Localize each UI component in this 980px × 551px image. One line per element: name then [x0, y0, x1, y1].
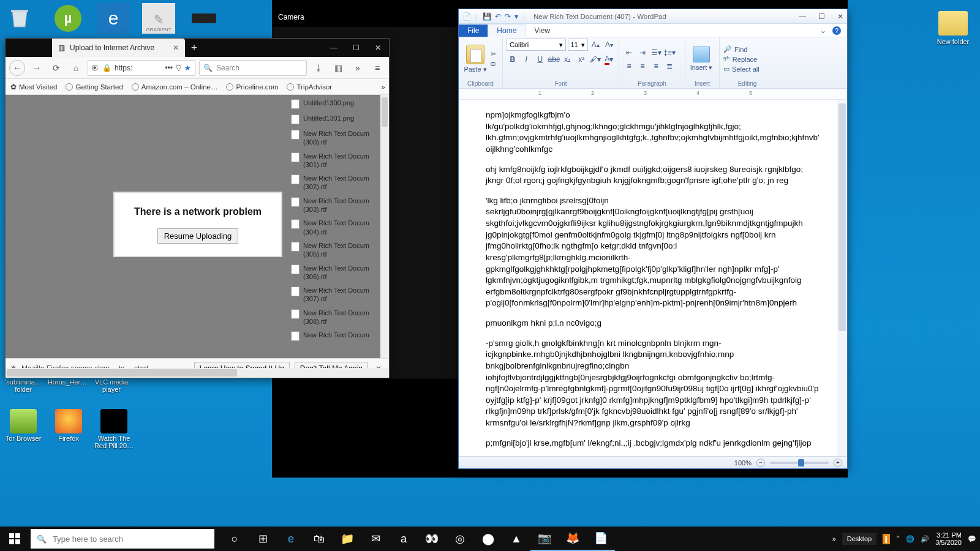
resume-upload-button[interactable]: Resume Uploading	[157, 228, 239, 244]
library-button[interactable]: ▥	[330, 60, 346, 76]
bookmark-star-icon[interactable]: ★	[184, 64, 191, 72]
file-item[interactable]: New Rich Text Docum (304).rtf	[290, 215, 380, 238]
page-vscrollbar[interactable]	[380, 95, 389, 358]
paragraph[interactable]: -p'smrg giolk,h gnolgkfbinkhng[n krt min…	[486, 338, 820, 429]
gradient-icon[interactable]: ✎GRADIENT	[136, 0, 181, 37]
paragraph[interactable]: ohj kmfg8noijkfg iojlrkfgboijkgjdf'o jkm…	[486, 164, 820, 187]
explorer-icon[interactable]: 📁	[333, 527, 361, 551]
justify-icon[interactable]: ≣	[663, 60, 676, 72]
new-folder-icon[interactable]: New folder	[931, 11, 975, 45]
file-item[interactable]: New Rich Text Docum (305).rtf	[290, 238, 380, 260]
menu-button[interactable]: ≡	[369, 60, 385, 76]
maximize-button[interactable]: ☐	[818, 12, 825, 21]
paragraph[interactable]: npm]ojkmgfoglkgfbjm'o lk/gu'polkdg'iokmh…	[486, 110, 820, 156]
align-center-icon[interactable]: ≡	[636, 60, 649, 72]
line-spacing-icon[interactable]: ‡≡▾	[663, 47, 676, 59]
bookmark-item[interactable]: Priceline.com	[226, 83, 278, 91]
camera-taskbar-icon[interactable]: 📷	[530, 527, 559, 551]
redpill-icon[interactable]: Watch The Red Pill 20…	[92, 408, 136, 449]
edge-taskbar-icon[interactable]: e	[277, 527, 305, 551]
page-hscrollbar[interactable]	[6, 368, 389, 378]
file-item[interactable]: New Rich Text Docum (306).rtf	[290, 260, 380, 283]
insert-button[interactable]: Insert ▾	[689, 47, 714, 72]
reload-button[interactable]: ⟳	[48, 60, 64, 76]
volume-icon[interactable]: 🔊	[921, 535, 929, 543]
vlc-taskbar-icon[interactable]: ▲	[502, 527, 530, 551]
wordpad-vscrollbar[interactable]	[837, 100, 847, 456]
dedent-icon[interactable]: ⇤	[623, 47, 635, 59]
tripadvisor-icon[interactable]: 👀	[418, 527, 446, 551]
shrink-font-icon[interactable]: A▾	[603, 39, 615, 51]
font-size-select[interactable]: 11▾	[568, 39, 588, 51]
tor-browser-icon[interactable]: Tor Browser	[1, 408, 45, 449]
font-name-select[interactable]: Calibri▾	[507, 39, 566, 51]
maximize-button[interactable]: ☐	[345, 39, 367, 57]
home-button[interactable]: ⌂	[68, 60, 84, 76]
file-item[interactable]: New Rich Text Docum (303).rtf	[290, 193, 380, 216]
chrome-icon[interactable]: ◎	[446, 527, 474, 551]
file-item[interactable]: New Rich Text Docum (307).rtf	[290, 282, 380, 305]
italic-button[interactable]: I	[521, 53, 533, 66]
notifications-icon[interactable]: 💬	[968, 535, 976, 543]
subscript-button[interactable]: x₂	[562, 53, 574, 66]
find-button[interactable]: 🔎Find	[723, 45, 760, 53]
file-item[interactable]: Untitled1301.png	[290, 110, 380, 126]
zoom-slider[interactable]	[770, 462, 829, 464]
address-bar[interactable]: ⛨ 🔒 https: ••• ▽ ★	[88, 60, 195, 76]
forward-button[interactable]: →	[29, 60, 45, 76]
replace-button[interactable]: ᵃ⁄ᵇReplace	[723, 55, 760, 63]
font-color-button[interactable]: A▾	[603, 53, 616, 66]
underline-button[interactable]: U	[534, 53, 546, 66]
new-tab-button[interactable]: +	[185, 39, 203, 57]
edge-icon[interactable]: e	[91, 0, 136, 37]
zoom-out-button[interactable]: −	[756, 459, 765, 467]
network-icon[interactable]: 🌐	[906, 535, 914, 543]
tray-overflow[interactable]: »	[832, 535, 836, 542]
browser-tab[interactable]: ▥ Upload to Internet Archive ✕	[52, 39, 185, 57]
search-bar[interactable]: 🔍 Search	[199, 60, 307, 76]
show-desktop-label[interactable]: Desktop	[842, 533, 876, 545]
tray-app-icon[interactable]: ‖	[883, 534, 890, 544]
bookmark-item[interactable]: Getting Started	[66, 83, 123, 91]
cortana-icon[interactable]: ○	[221, 527, 249, 551]
file-tab[interactable]: File	[459, 24, 488, 37]
bookmark-item[interactable]: ✿Most Visited	[10, 83, 57, 91]
align-left-icon[interactable]: ≡	[623, 60, 635, 72]
obs-icon[interactable]: ⬤	[474, 527, 502, 551]
more-icon[interactable]: •••	[165, 64, 173, 72]
firefox-desktop-icon[interactable]: Firefox	[47, 408, 91, 449]
file-item[interactable]: New Rich Text Docum (300).rtf	[290, 126, 380, 148]
zoom-in-button[interactable]: +	[834, 459, 842, 467]
downloads-button[interactable]: ⭳	[311, 60, 326, 76]
paragraph[interactable]: 'lkg lifb;o jknrngfiboi jsrelrsg[0foijn …	[486, 195, 820, 309]
firefox-taskbar-icon[interactable]: 🦊	[559, 527, 587, 551]
close-button[interactable]: ✕	[367, 39, 389, 57]
home-tab[interactable]: Home	[488, 24, 526, 37]
start-button[interactable]	[0, 527, 29, 551]
tray-chevron[interactable]: ˄	[896, 535, 900, 543]
minimize-button[interactable]: ―	[799, 12, 806, 21]
overflow-button[interactable]: »	[350, 60, 366, 76]
desktop-label[interactable]: Horus_Her…	[45, 378, 89, 393]
store-icon[interactable]: 🛍	[305, 527, 333, 551]
save-icon[interactable]: 💾	[483, 12, 491, 21]
recycle-bin-icon[interactable]	[6, 4, 33, 31]
unknown-icon[interactable]	[192, 13, 216, 23]
file-item[interactable]: New Rich Text Docum (302).rtf	[290, 170, 380, 193]
desktop-label[interactable]: VLC media player	[89, 378, 134, 393]
clock[interactable]: 3:21 PM 3/5/2020	[935, 531, 962, 546]
bookmark-item[interactable]: Amazon.com – Online…	[132, 83, 218, 91]
indent-icon[interactable]: ⇥	[636, 47, 649, 59]
mail-icon[interactable]: ✉	[361, 527, 390, 551]
file-item[interactable]: New Rich Text Docum (301).rtf	[290, 148, 380, 171]
close-tab-icon[interactable]: ✕	[173, 43, 179, 52]
strike-button[interactable]: abc	[548, 53, 560, 66]
back-button[interactable]: ←	[9, 60, 25, 76]
paste-button[interactable]: Paste ▾	[462, 45, 488, 73]
bold-button[interactable]: B	[507, 53, 519, 66]
grow-font-icon[interactable]: A▴	[590, 39, 601, 51]
ribbon-collapse-icon[interactable]: ⌄	[820, 26, 826, 35]
taskbar-search[interactable]: 🔍 Type here to search	[31, 529, 214, 549]
amazon-icon[interactable]: a	[390, 527, 418, 551]
redo-icon[interactable]: ↷	[505, 12, 511, 21]
